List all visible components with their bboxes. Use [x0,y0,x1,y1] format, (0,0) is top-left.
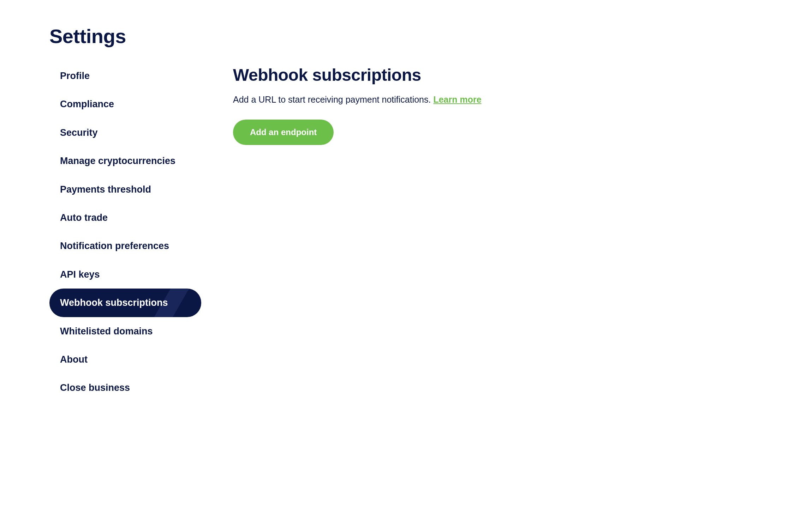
add-endpoint-button[interactable]: Add an endpoint [233,120,334,145]
section-title: Webhook subscriptions [233,65,763,85]
sidebar-item-close-business[interactable]: Close business [49,374,201,402]
settings-sidebar: Profile Compliance Security Manage crypt… [49,62,201,402]
settings-layout: Profile Compliance Security Manage crypt… [49,62,763,402]
sidebar-item-api-keys[interactable]: API keys [49,260,201,289]
sidebar-item-auto-trade[interactable]: Auto trade [49,204,201,232]
page-title: Settings [49,25,763,48]
section-description: Add a URL to start receiving payment not… [233,95,763,105]
sidebar-item-webhook-subscriptions[interactable]: Webhook subscriptions [49,289,201,317]
sidebar-item-notification-preferences[interactable]: Notification preferences [49,232,201,260]
learn-more-link[interactable]: Learn more [433,95,481,104]
sidebar-item-compliance[interactable]: Compliance [49,90,201,118]
sidebar-item-whitelisted-domains[interactable]: Whitelisted domains [49,317,201,345]
sidebar-item-security[interactable]: Security [49,119,201,147]
settings-main: Webhook subscriptions Add a URL to start… [233,62,763,402]
description-text: Add a URL to start receiving payment not… [233,95,433,104]
sidebar-item-manage-cryptocurrencies[interactable]: Manage cryptocurrencies [49,147,201,175]
sidebar-item-payments-threshold[interactable]: Payments threshold [49,175,201,204]
sidebar-item-profile[interactable]: Profile [49,62,201,90]
sidebar-item-about[interactable]: About [49,345,201,374]
